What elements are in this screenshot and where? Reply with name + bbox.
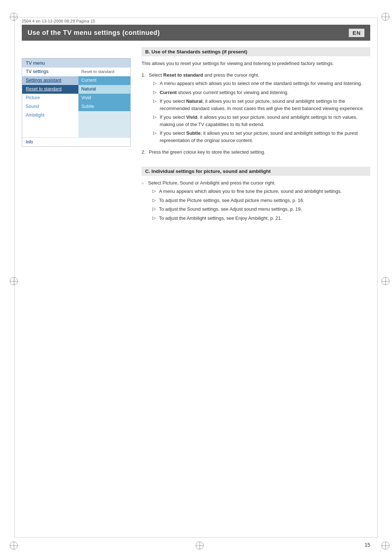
tv-menu-row-picture: Picture Vivid	[22, 94, 130, 102]
step-1-num: 1.	[142, 72, 149, 146]
sub-item-3: ▷ If you select Natural, it allows you t…	[153, 98, 370, 112]
tv-menu-right-natural: Natural	[78, 85, 130, 94]
sub-item-2-text: Current shows your current settings for …	[160, 89, 370, 96]
arrow-icon-2: ▷	[153, 89, 160, 96]
page-number: 15	[364, 542, 370, 548]
circle-item-1-text: Select Picture, Sound or Ambilight and p…	[148, 180, 275, 186]
page-border-right	[377, 17, 377, 538]
main-content: TV menu TV settings Reset to standard Se…	[22, 47, 370, 533]
arrow-icon-1: ▷	[153, 80, 160, 87]
tv-menu-left-tvsettings: TV settings	[22, 68, 78, 76]
tv-menu-right-e2	[78, 129, 130, 137]
section-b-heading-suffix: (if present)	[221, 49, 248, 54]
sub-item-4: ▷ If you select Vivid, it allows you to …	[153, 114, 370, 128]
arrow-icon-5: ▷	[153, 130, 160, 144]
arrow-icon-4: ▷	[153, 114, 160, 128]
c-sub-item-1: ▷ A menu appears which allows you to fin…	[152, 188, 342, 195]
tv-menu-right-reset-label: Reset to standard	[78, 68, 130, 76]
section-b-intro: This allows you to reset your settings f…	[142, 60, 370, 67]
sub-item-4-text: If you select Vivid, it allows you to se…	[160, 114, 370, 128]
tv-menu-box: TV menu TV settings Reset to standard Se…	[22, 58, 131, 147]
tv-menu-left-reset: Reset to standard	[22, 85, 78, 94]
step-1: 1. Select Reset to standard and press th…	[142, 72, 370, 146]
section-c-list: ○ Select Picture, Sound or Ambilight and…	[142, 179, 370, 224]
circle-bullet-1: ○	[142, 179, 148, 224]
c-sub-item-2: ▷ To adjust the Picture settings, see Ad…	[152, 197, 342, 204]
tv-menu-right-subtle: Subtle	[78, 102, 130, 111]
tv-menu-row-settings-assistant: Settings assistant Current	[22, 76, 130, 85]
tv-menu-left-settings-assistant: Settings assistant	[22, 76, 78, 85]
tv-menu-row-reset: Reset to standard Natural	[22, 85, 130, 94]
c-arrow-icon-1: ▷	[152, 188, 159, 195]
circle-item-1-content: Select Picture, Sound or Ambilight and p…	[148, 179, 342, 224]
tv-menu-row-tvsettings: TV settings Reset to standard	[22, 68, 130, 76]
page-title: Use of the TV menu settings (continued)	[28, 29, 160, 37]
tv-menu-right-empty1	[78, 111, 130, 120]
tv-menu-row-ambilight: Ambilight	[22, 111, 130, 120]
section-c-sublist: ▷ A menu appears which allows you to fin…	[152, 188, 342, 222]
c-sub-item-3: ▷ To adjust the Sound settings, see Adju…	[152, 206, 342, 213]
tv-menu-right-current: Current	[78, 76, 130, 85]
step-1-text: Select Reset to standard and press the c…	[149, 72, 259, 78]
header-bar: Use of the TV menu settings (continued) …	[22, 25, 370, 41]
meta-info: 2504.4 en 13-12-2006 08:29 Pagina 15	[22, 19, 95, 23]
page-border-bottom	[15, 537, 377, 538]
circle-item-1: ○ Select Picture, Sound or Ambilight and…	[142, 179, 370, 224]
section-c-heading: C. Individual settings for picture, soun…	[142, 167, 370, 176]
tv-menu-row-empty2	[22, 129, 130, 137]
step-2: 2. Press the green colour key to store t…	[142, 149, 370, 156]
tv-menu-left-e1	[22, 120, 78, 129]
tv-menu-header: TV menu	[22, 58, 130, 68]
tv-menu-left-sound: Sound	[22, 102, 78, 111]
tv-menu-row-sound: Sound Subtle	[22, 102, 130, 111]
section-b-heading: B. Use of the Standards settings (if pre…	[142, 47, 370, 56]
section-b: B. Use of the Standards settings (if pre…	[142, 47, 370, 156]
tv-menu-info-row: Info	[22, 137, 130, 146]
sub-item-1: ▷ A menu appears which allows you to sel…	[153, 80, 370, 87]
en-badge: EN	[349, 29, 364, 37]
sub-item-5-text: If you select Subtle, it allows you to s…	[160, 130, 370, 144]
step-2-text: Press the green colour key to store the …	[149, 149, 265, 156]
sub-item-3-text: If you select Natural, it allows you to …	[160, 98, 370, 112]
section-c: C. Individual settings for picture, soun…	[142, 167, 370, 224]
step-2-num: 2.	[142, 149, 149, 156]
tv-menu-panel: TV menu TV settings Reset to standard Se…	[22, 58, 138, 147]
sub-item-2: ▷ Current shows your current settings fo…	[153, 89, 370, 96]
tv-menu-left-ambilight: Ambilight	[22, 111, 78, 120]
section-b-heading-bold: B. Use of the Standards settings	[145, 49, 221, 54]
tv-menu-right-e1	[78, 120, 130, 129]
tv-menu-row-empty1	[22, 120, 130, 129]
c-arrow-icon-2: ▷	[152, 197, 159, 204]
tv-menu-left-e2	[22, 129, 78, 137]
c-sub-item-4-text: To adjust the Ambilight settings, see En…	[159, 215, 342, 222]
tv-menu-left-picture: Picture	[22, 94, 78, 102]
section-c-heading-bold: C. Individual settings for picture, soun…	[145, 169, 271, 174]
right-content: B. Use of the Standards settings (if pre…	[142, 47, 370, 226]
step-1-content: Select Reset to standard and press the c…	[149, 72, 370, 146]
c-sub-item-4: ▷ To adjust the Ambilight settings, see …	[152, 215, 342, 222]
c-arrow-icon-3: ▷	[152, 206, 159, 213]
tv-menu-right-vivid: Vivid	[78, 94, 130, 102]
c-sub-item-1-text: A menu appears which allows you to fine …	[159, 188, 342, 195]
arrow-icon-3: ▷	[153, 98, 160, 112]
c-arrow-icon-4: ▷	[152, 215, 159, 222]
sub-item-5: ▷ If you select Subtle, it allows you to…	[153, 130, 370, 144]
sub-item-1-text: A menu appears which allows you to selec…	[160, 80, 370, 87]
step-1-sublist: ▷ A menu appears which allows you to sel…	[153, 80, 370, 144]
page-border-top	[15, 17, 377, 18]
c-sub-item-3-text: To adjust the Sound settings, see Adjust…	[159, 206, 342, 213]
c-sub-item-2-text: To adjust the Picture settings, see Adju…	[159, 197, 342, 204]
section-b-steps: 1. Select Reset to standard and press th…	[142, 72, 370, 156]
